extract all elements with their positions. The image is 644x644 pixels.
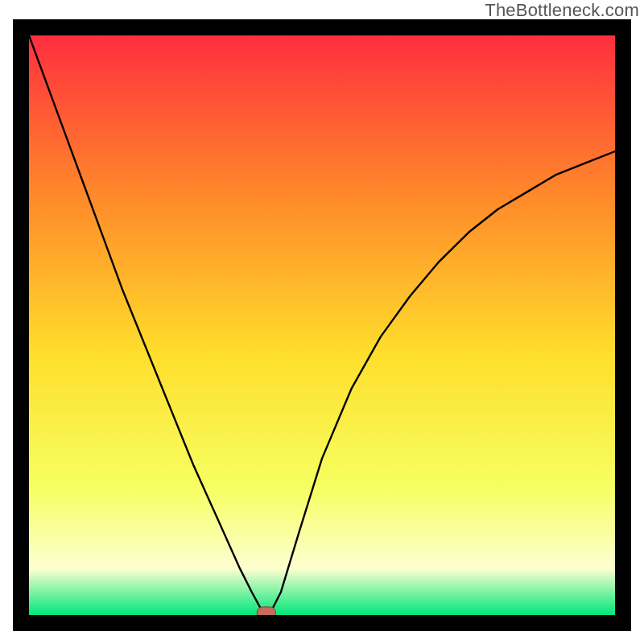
plot-area <box>29 35 615 615</box>
gradient-background <box>29 35 615 615</box>
chart-svg <box>29 35 615 615</box>
watermark-text: TheBottleneck.com <box>485 0 639 21</box>
plot-frame <box>13 19 631 631</box>
optimal-point-marker <box>257 607 275 615</box>
chart-container: TheBottleneck.com <box>0 0 644 644</box>
